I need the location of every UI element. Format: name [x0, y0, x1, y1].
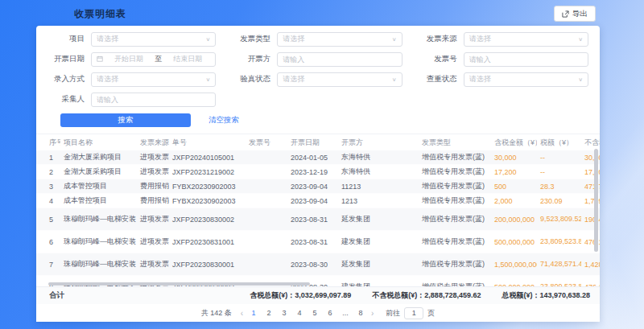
- col-order-no: 单号: [169, 134, 246, 150]
- summary-label: 合计: [49, 290, 64, 301]
- collector-input-wrap: [91, 93, 216, 107]
- project-label: 项目: [41, 34, 91, 44]
- chevron-down-icon: ∨: [205, 76, 210, 82]
- verify-status-label: 验真状态: [227, 74, 277, 84]
- filter-project: 项目 请选择 ∨: [41, 31, 216, 47]
- invoice-no-label: 发票号: [414, 54, 464, 64]
- invoice-source-select[interactable]: 请选择 ∨: [464, 32, 588, 47]
- invoice-no-input[interactable]: [469, 56, 583, 64]
- col-no: 序号: [36, 134, 60, 150]
- page-title: 收票明细表: [74, 7, 126, 21]
- filter-dup-status: 查重状态 请选择 ∨: [414, 72, 588, 87]
- horizontal-scrollbar[interactable]: [48, 282, 310, 286]
- col-tax: 税额（¥）: [537, 134, 581, 150]
- table-row[interactable]: 5 珠穆朗玛峰—电梯安装 进项发票 JXFP20230830002 2023-0…: [36, 208, 600, 231]
- page-5[interactable]: 5: [310, 309, 320, 317]
- tax-inclusive-total: 含税总额(¥)：3,032,699,097.89: [250, 290, 351, 301]
- page-ellipsis[interactable]: ...: [341, 309, 350, 317]
- col-amount: 含税金额（¥）: [491, 134, 537, 150]
- tax-exclusive-total: 不含税总额(¥)：2,888,728,459.62: [372, 290, 481, 301]
- filter-section: 项目 请选择 ∨ 发票类型 请选择 ∨ 发票来源 请选择 ∨: [36, 26, 600, 134]
- chevron-down-icon: ∨: [205, 36, 210, 42]
- invoice-table: 序号 项目名称 发票来源 单号 发票号 开票日期 开票方 发票类型 含税金额（¥…: [36, 134, 600, 286]
- export-label: 导出: [572, 9, 588, 19]
- next-page-icon[interactable]: ›: [371, 309, 374, 318]
- col-payer: 开票方: [338, 134, 419, 150]
- invoice-date-label: 开票日期: [41, 54, 91, 64]
- filter-invoice-source: 发票来源 请选择 ∨: [414, 31, 588, 47]
- page-3[interactable]: 3: [279, 309, 289, 317]
- payer-label: 开票方: [227, 54, 277, 64]
- summary-row: 合计 含税总额(¥)：3,032,699,097.89 不含税总额(¥)：2,8…: [36, 286, 600, 304]
- collector-label: 采集人: [41, 94, 91, 105]
- invoice-type-label: 发票类型: [227, 34, 277, 44]
- pagination: 共 142 条 ‹ 1 2 3 4 5 6 ... 8 › 前往 页: [36, 304, 600, 322]
- filter-collector: 采集人: [41, 92, 216, 107]
- page-8[interactable]: 8: [356, 309, 365, 317]
- goto-page-input[interactable]: [404, 307, 423, 319]
- col-date: 开票日期: [287, 134, 338, 150]
- chevron-down-icon: ∨: [578, 76, 583, 82]
- invoice-type-select[interactable]: 请选择 ∨: [277, 32, 402, 47]
- payer-input-wrap: [277, 52, 402, 67]
- col-project: 项目名称: [60, 134, 137, 150]
- clear-search-link[interactable]: 清空搜索: [208, 115, 239, 125]
- page-suffix: 页: [427, 308, 435, 319]
- start-date-placeholder: 开始日期: [106, 54, 151, 64]
- filter-entry-method: 录入方式 请选择 ∨: [41, 72, 216, 87]
- goto-label: 前往: [386, 308, 400, 319]
- calendar-icon: [97, 56, 103, 64]
- date-separator: 至: [155, 54, 162, 64]
- filter-invoice-type: 发票类型 请选择 ∨: [227, 31, 402, 47]
- table-row[interactable]: 3 成本管控项目 费用报销 FYBX20230902003 2023-09-04…: [36, 179, 600, 194]
- search-button[interactable]: 搜索: [60, 113, 191, 127]
- collector-input[interactable]: [97, 96, 210, 104]
- export-button[interactable]: 导出: [554, 6, 596, 22]
- filter-verify-status: 验真状态 请选择 ∨: [227, 72, 402, 87]
- invoice-no-input-wrap: [464, 52, 588, 67]
- page-1[interactable]: 1: [249, 309, 258, 317]
- entry-method-label: 录入方式: [41, 74, 91, 84]
- dup-status-select[interactable]: 请选择 ∨: [464, 72, 588, 87]
- table-header-row: 序号 项目名称 发票来源 单号 发票号 开票日期 开票方 发票类型 含税金额（¥…: [36, 134, 600, 150]
- filter-invoice-date: 开票日期 开始日期 至 结束日期: [41, 51, 216, 67]
- export-icon: [562, 10, 569, 18]
- table-row[interactable]: 6 珠穆朗玛峰—电梯安装 进项发票 JXFP20230831001 2023-0…: [36, 231, 600, 253]
- page-6[interactable]: 6: [325, 309, 335, 317]
- table-row[interactable]: 1 金湖大厦采购项目 进项发票 JXFP20240105001 2024-01-…: [36, 150, 600, 165]
- entry-method-select[interactable]: 请选择 ∨: [91, 72, 216, 87]
- vertical-scrollbar[interactable]: [594, 149, 598, 252]
- col-source: 发票来源: [137, 134, 169, 150]
- prev-page-icon[interactable]: ‹: [241, 309, 243, 318]
- invoice-source-label: 发票来源: [414, 34, 464, 44]
- chevron-down-icon: ∨: [392, 36, 397, 42]
- pagination-total: 共 142 条: [201, 308, 232, 319]
- invoice-date-range-picker[interactable]: 开始日期 至 结束日期: [91, 52, 216, 67]
- table-row[interactable]: 2 金湖大厦采购项目 进项发票 JXFP20231219002 2023-12-…: [36, 165, 600, 179]
- page-4[interactable]: 4: [295, 309, 304, 317]
- col-invoice-no: 发票号: [246, 134, 287, 150]
- page-2[interactable]: 2: [264, 309, 274, 317]
- verify-status-select[interactable]: 请选择 ∨: [277, 72, 402, 87]
- col-type: 发票类型: [419, 134, 491, 150]
- chevron-down-icon: ∨: [578, 36, 583, 42]
- invoice-detail-panel: 项目 请选择 ∨ 发票类型 请选择 ∨ 发票来源 请选择 ∨: [36, 26, 600, 322]
- table-row[interactable]: 4 成本管控项目 费用报销 FYBX20230902003 2023-09-04…: [36, 194, 600, 208]
- filter-invoice-no: 发票号: [414, 51, 588, 67]
- total-tax: 总税额(¥)：143,970,638.28: [502, 290, 590, 301]
- project-select[interactable]: 请选择 ∨: [91, 32, 216, 47]
- dup-status-label: 查重状态: [414, 74, 464, 84]
- table-row[interactable]: 7 珠穆朗玛峰—电梯安装 进项发票 JXFP20230830001 2023-0…: [36, 253, 600, 276]
- filter-payer: 开票方: [227, 51, 402, 67]
- chevron-down-icon: ∨: [392, 76, 397, 82]
- end-date-placeholder: 结束日期: [165, 54, 210, 64]
- payer-input[interactable]: [283, 56, 396, 64]
- col-net: 不含税金额（¥）: [581, 134, 600, 150]
